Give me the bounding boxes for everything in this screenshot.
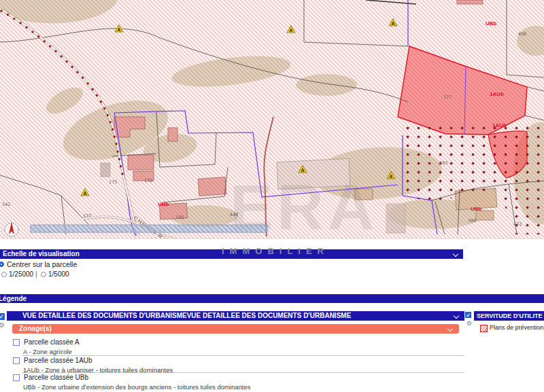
divider bbox=[22, 355, 464, 356]
svg-text:A: A bbox=[117, 27, 120, 32]
center-on-parcel-label: Centrer sur la parcelle bbox=[7, 260, 77, 268]
svg-text:A: A bbox=[301, 168, 304, 173]
svg-text:377: 377 bbox=[443, 94, 452, 100]
servitude-header[interactable]: SERVITUDE D'UTILITE PUBLIQUE bbox=[474, 311, 544, 321]
svg-text:342: 342 bbox=[2, 202, 10, 207]
zone-ubb-description: UBb - Zone urbaine d'extension des bourg… bbox=[23, 383, 251, 391]
scale-separator: | bbox=[35, 270, 37, 278]
risk-plan-label: Plans de prévention des risques bbox=[490, 324, 544, 331]
urbanism-header[interactable]: VUE DETAILLEE DES DOCUMENTS D'URBANISMEV… bbox=[7, 311, 464, 321]
legend-header[interactable]: Légende bbox=[0, 294, 544, 303]
svg-text:A: A bbox=[389, 174, 392, 179]
urbanism-layer-checkbox[interactable]: ✓ bbox=[0, 313, 5, 320]
compass-icon bbox=[5, 223, 18, 236]
zone-a-label: Parcelle classée A bbox=[24, 338, 80, 346]
svg-text:398: 398 bbox=[468, 218, 476, 224]
zonage-title: Zonage(s) bbox=[12, 325, 52, 332]
map-scale-strip bbox=[31, 225, 267, 232]
svg-text:UBb: UBb bbox=[158, 201, 169, 207]
scale-panel-title: Echelle de visualisation bbox=[0, 250, 80, 257]
immobilier-watermark: IMMOBILIER bbox=[221, 246, 330, 256]
svg-text:170: 170 bbox=[144, 178, 152, 183]
servitude-gear-icon[interactable]: ⚙ bbox=[466, 320, 472, 327]
zone-ubb-label: Parcelle classée UBb bbox=[24, 374, 88, 381]
svg-text:406: 406 bbox=[518, 31, 526, 37]
scale-radio-5000[interactable] bbox=[41, 272, 46, 277]
svg-text:377: 377 bbox=[83, 213, 91, 219]
check-icon: ✓ bbox=[466, 313, 471, 319]
svg-text:A: A bbox=[391, 21, 394, 26]
urbanism-gear-icon[interactable]: ⚙ bbox=[0, 322, 5, 329]
svg-text:UBb: UBb bbox=[486, 20, 497, 26]
zonage-header[interactable]: Zonage(s) bbox=[12, 324, 459, 334]
zone-1aub-checkbox[interactable] bbox=[13, 357, 20, 364]
zone-a-description: A - Zone agricole bbox=[23, 348, 72, 355]
svg-text:166: 166 bbox=[175, 215, 184, 220]
svg-text:A: A bbox=[289, 28, 292, 33]
cadastral-map: 406377293175170342377448398473166 UBbUBb… bbox=[0, 0, 544, 238]
legend-title: Légende bbox=[0, 295, 27, 302]
zone-ubb-checkbox[interactable] bbox=[13, 374, 20, 381]
servitude-layer-checkbox[interactable]: ✓ bbox=[465, 312, 471, 318]
zone-1aub-label: Parcelle classée 1AUb bbox=[24, 357, 92, 364]
scale-label-5000: 1/5000 bbox=[48, 270, 69, 278]
zone-a-checkbox[interactable] bbox=[13, 339, 20, 346]
svg-text:473: 473 bbox=[513, 221, 522, 227]
map-viewport[interactable]: 406377293175170342377448398473166 UBbUBb… bbox=[0, 0, 544, 239]
svg-text:293: 293 bbox=[439, 160, 447, 166]
svg-text:A: A bbox=[83, 191, 86, 196]
scale-radio-25000[interactable] bbox=[1, 272, 7, 277]
svg-text:UBb: UBb bbox=[471, 206, 482, 212]
svg-text:1AUb: 1AUb bbox=[490, 91, 504, 97]
scale-label-25000: 1/25000 bbox=[9, 270, 33, 278]
urbanism-header-title: VUE DETAILLEE DES DOCUMENTS D'URBANISMEV… bbox=[7, 312, 351, 319]
center-on-parcel-radio[interactable] bbox=[0, 262, 4, 267]
check-icon: ✓ bbox=[0, 314, 3, 320]
plu-map-viewer: 406377293175170342377448398473166 UBbUBb… bbox=[0, 0, 544, 392]
divider bbox=[22, 372, 464, 373]
risk-plan-swatch-icon bbox=[480, 325, 488, 332]
servitude-header-title: SERVITUDE D'UTILITE PUBLIQUE bbox=[474, 313, 544, 319]
svg-text:1AUb: 1AUb bbox=[492, 122, 507, 128]
svg-text:175: 175 bbox=[109, 179, 117, 185]
